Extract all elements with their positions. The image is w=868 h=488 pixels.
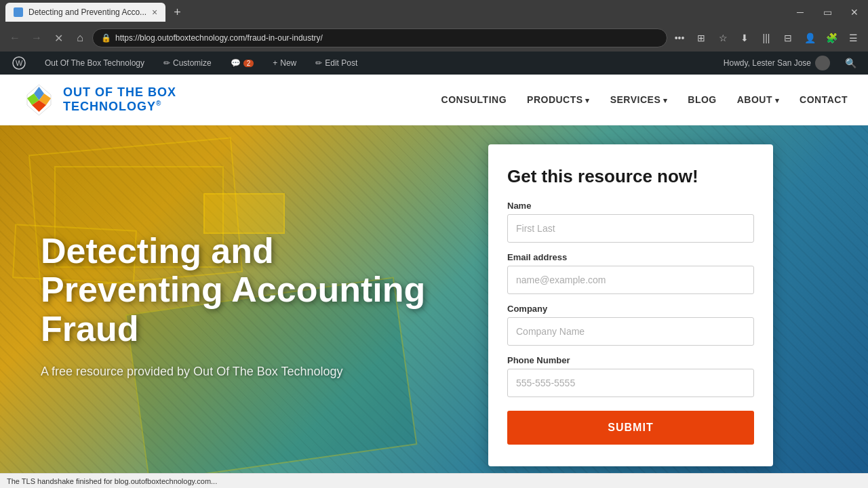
back-button[interactable]: ← — [5, 28, 24, 47]
restore-button[interactable]: ▭ — [819, 4, 835, 20]
phone-label: Phone Number — [507, 355, 754, 365]
form-heading: Get this resource now! — [507, 166, 754, 187]
logo-icon — [20, 81, 58, 119]
wp-new-item[interactable]: + New — [269, 52, 300, 75]
email-group: Email address — [507, 252, 754, 294]
comments-icon: 💬 — [231, 58, 241, 68]
edit-post-label: Edit Post — [325, 58, 357, 68]
synced-tabs-button[interactable]: ⊟ — [778, 28, 797, 47]
nav-products[interactable]: PRODUCTS — [527, 91, 590, 108]
phone-input[interactable] — [507, 369, 754, 397]
email-label: Email address — [507, 252, 754, 262]
user-greeting-text: Howdy, Lester San Jose — [724, 58, 811, 68]
library-button[interactable]: ||| — [757, 28, 776, 47]
bookmark-button[interactable]: ⊞ — [692, 28, 711, 47]
comments-badge: 2 — [243, 60, 254, 67]
phone-group: Phone Number — [507, 355, 754, 397]
edit-icon: ✏ — [315, 58, 322, 68]
site-header: OUT OF THE BOX TECHNOLOGY® CONSULTING PR… — [0, 75, 868, 125]
company-input[interactable] — [507, 317, 754, 346]
form-card: Get this resource now! Name Email addres… — [488, 144, 773, 466]
customize-label: Customize — [173, 58, 212, 68]
name-input[interactable] — [507, 214, 754, 243]
name-label: Name — [507, 201, 754, 211]
tab-close-button[interactable]: × — [152, 7, 157, 18]
wp-site-name: Out Of The Box Technology — [45, 58, 144, 68]
nav-consulting[interactable]: CONSULTING — [441, 91, 507, 108]
email-input[interactable] — [507, 266, 754, 294]
name-group: Name — [507, 201, 754, 243]
wp-site-item[interactable]: Out Of The Box Technology — [41, 52, 149, 75]
nav-about[interactable]: ABOUT — [737, 91, 779, 108]
download-button[interactable]: ⬇ — [735, 28, 754, 47]
wp-customize-item[interactable]: ✏ Customize — [159, 52, 216, 75]
close-button[interactable]: ✕ — [846, 4, 863, 20]
browser-tab[interactable]: Detecting and Preventing Acco... × — [5, 3, 165, 22]
home-button[interactable]: ⌂ — [71, 28, 90, 47]
nav-bar: ← → ✕ ⌂ 🔒 https://blog.outofboxtechnolog… — [0, 24, 868, 52]
wp-comments-item[interactable]: 💬 2 — [226, 52, 258, 75]
company-group: Company — [507, 304, 754, 346]
site-logo[interactable]: OUT OF THE BOX TECHNOLOGY® — [20, 81, 176, 119]
logo-text: OUT OF THE BOX TECHNOLOGY® — [63, 85, 176, 114]
logo-text-top: OUT OF THE BOX — [63, 85, 176, 100]
star-button[interactable]: ☆ — [713, 28, 732, 47]
wp-search-button[interactable]: 🔍 — [841, 54, 860, 73]
new-label: New — [280, 58, 296, 68]
tab-title: Detecting and Preventing Acco... — [28, 7, 146, 17]
logo-text-bottom: TECHNOLOGY® — [63, 100, 176, 114]
new-tab-button[interactable]: + — [168, 3, 186, 22]
user-avatar — [815, 56, 830, 70]
minimize-button[interactable]: ─ — [792, 4, 808, 20]
hero-subtitle: A free resource provided by Out Of The B… — [41, 365, 448, 379]
hero-title: Detecting and Preventing Accounting Frau… — [41, 232, 448, 348]
wp-edit-post-item[interactable]: ✏ Edit Post — [311, 52, 361, 75]
new-icon: + — [273, 58, 277, 68]
nav-blog[interactable]: BLOG — [688, 91, 716, 108]
reload-stop-button[interactable]: ✕ — [49, 28, 68, 47]
site-nav: CONSULTING PRODUCTS SERVICES BLOG ABOUT … — [441, 91, 848, 108]
extensions-button[interactable]: 🧩 — [822, 28, 841, 47]
wp-admin-bar: W Out Of The Box Technology ✏ Customize … — [0, 52, 868, 75]
account-button[interactable]: 👤 — [800, 28, 819, 47]
status-text: The TLS handshake finished for blog.outo… — [7, 477, 217, 485]
menu-button[interactable]: ☰ — [844, 28, 863, 47]
wp-logo-item[interactable]: W — [8, 52, 30, 75]
hero-section: Detecting and Preventing Accounting Frau… — [0, 125, 868, 485]
submit-button[interactable]: SUBMIT — [507, 411, 754, 445]
url-text: https://blog.outofboxtechnology.com/frau… — [115, 33, 658, 43]
company-label: Company — [507, 304, 754, 314]
svg-text:W: W — [16, 59, 23, 67]
status-bar: The TLS handshake finished for blog.outo… — [0, 473, 868, 488]
lock-icon: 🔒 — [101, 33, 111, 43]
tab-favicon — [14, 7, 23, 17]
hero-content: Detecting and Preventing Accounting Frau… — [0, 205, 488, 406]
forward-button[interactable]: → — [27, 28, 46, 47]
nav-contact[interactable]: CONTACT — [800, 91, 848, 108]
logo-registered: ® — [156, 100, 161, 107]
nav-services[interactable]: SERVICES — [610, 91, 668, 108]
title-bar: Detecting and Preventing Acco... × + ─ ▭… — [0, 0, 868, 24]
customize-icon: ✏ — [163, 58, 170, 68]
url-bar[interactable]: 🔒 https://blog.outofboxtechnology.com/fr… — [92, 28, 667, 47]
more-button[interactable]: ••• — [670, 28, 689, 47]
wp-user-greeting[interactable]: Howdy, Lester San Jose — [724, 56, 830, 70]
